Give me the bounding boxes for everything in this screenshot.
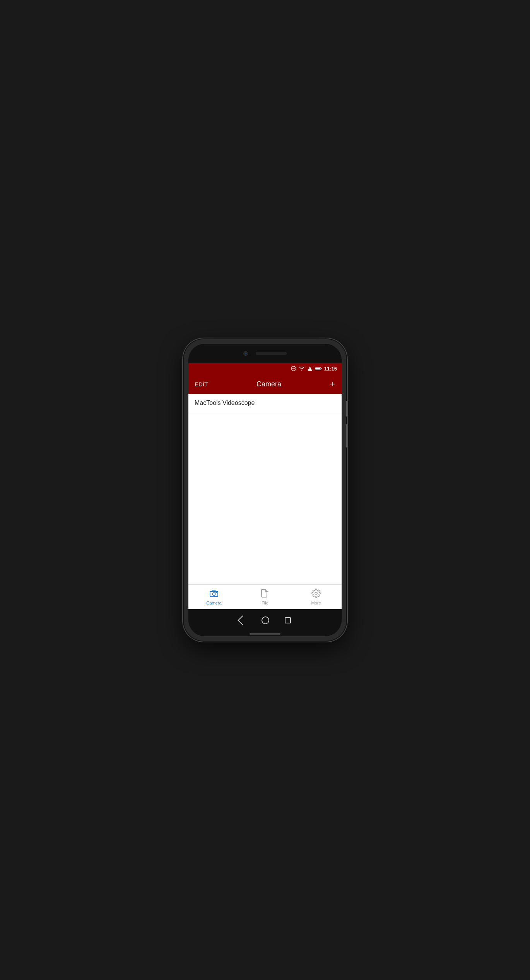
- do-not-disturb-icon: [291, 366, 296, 371]
- file-nav-icon: [260, 589, 270, 599]
- app-screen: 11:15 EDIT Camera + MacTools Videoscope: [188, 363, 342, 609]
- file-nav-label: File: [262, 601, 268, 605]
- phone-screen-container: 11:15 EDIT Camera + MacTools Videoscope: [188, 344, 342, 636]
- front-camera: [243, 351, 248, 356]
- content-area: MacTools Videoscope: [188, 394, 342, 584]
- list-item[interactable]: MacTools Videoscope: [188, 394, 342, 412]
- phone-device: 11:15 EDIT Camera + MacTools Videoscope: [184, 339, 346, 641]
- toolbar-title: Camera: [256, 380, 281, 388]
- more-nav-label: More: [311, 601, 321, 605]
- wifi-icon: [299, 366, 305, 371]
- nav-tab-file[interactable]: File: [239, 589, 291, 605]
- bottom-pill-area: [188, 632, 342, 636]
- svg-rect-6: [315, 368, 320, 370]
- nav-tab-more[interactable]: More: [291, 589, 342, 605]
- camera-nav-icon: [209, 589, 219, 599]
- edit-button[interactable]: EDIT: [195, 381, 208, 388]
- bottom-pill-indicator: [250, 633, 280, 635]
- svg-point-10: [315, 592, 317, 594]
- camera-nav-label: Camera: [206, 601, 221, 605]
- app-toolbar: EDIT Camera +: [188, 374, 342, 394]
- add-button[interactable]: +: [330, 379, 335, 389]
- speaker-grille: [256, 352, 287, 355]
- battery-icon: [315, 366, 322, 371]
- status-bar: 11:15: [188, 363, 342, 374]
- status-time: 11:15: [324, 366, 337, 372]
- bottom-navigation: Camera File: [188, 584, 342, 609]
- nav-tab-camera[interactable]: Camera: [188, 589, 239, 605]
- svg-point-8: [213, 593, 215, 596]
- svg-rect-5: [321, 368, 321, 369]
- svg-point-9: [216, 592, 217, 593]
- top-bezel: [188, 344, 342, 363]
- recent-apps-button[interactable]: [285, 617, 291, 623]
- home-nav-button[interactable]: [262, 616, 269, 624]
- bottom-bezel: [188, 609, 342, 632]
- back-nav-button[interactable]: [238, 615, 247, 625]
- signal-icon: [307, 366, 313, 371]
- more-nav-icon: [311, 589, 321, 599]
